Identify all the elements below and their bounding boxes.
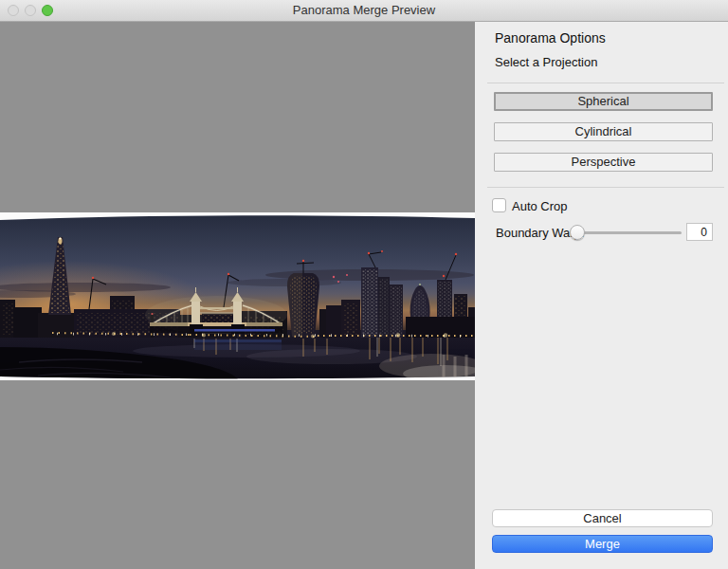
merge-button[interactable]: Merge: [492, 535, 713, 553]
close-window-icon: [8, 5, 19, 16]
minimize-window-icon: [25, 5, 36, 16]
title-bar: Panorama Merge Preview: [0, 0, 728, 22]
panorama-merge-preview-window: Panorama Merge Preview: [0, 0, 728, 569]
boundary-warp-slider-thumb[interactable]: [570, 225, 585, 240]
panorama-options-panel: Panorama Options Select a Projection Sph…: [475, 22, 728, 569]
projection-button-spherical[interactable]: Spherical: [494, 92, 713, 111]
projection-button-perspective[interactable]: Perspective: [494, 153, 713, 172]
preview-canvas: [0, 22, 475, 569]
projection-subheading: Select a Projection: [495, 55, 597, 69]
cancel-button[interactable]: Cancel: [492, 509, 713, 527]
auto-crop-checkbox[interactable]: [492, 198, 506, 212]
boundary-warp-slider-track[interactable]: [577, 231, 682, 234]
window-title: Panorama Merge Preview: [0, 0, 728, 21]
projection-button-cylindrical[interactable]: Cylindrical: [494, 122, 713, 141]
boundary-warp-value-field[interactable]: 0: [686, 223, 713, 241]
panorama-preview-image: [0, 212, 475, 380]
divider: [487, 83, 724, 83]
divider: [487, 187, 724, 188]
zoom-window-icon[interactable]: [42, 5, 53, 16]
auto-crop-label: Auto Crop: [512, 199, 568, 213]
panel-heading: Panorama Options: [495, 30, 606, 46]
